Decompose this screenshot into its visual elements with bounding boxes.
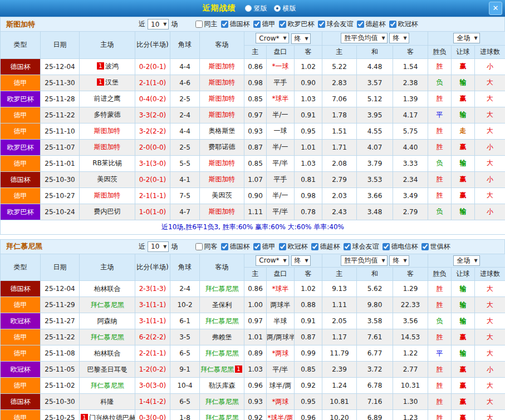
- league-type: 德甲: [1, 187, 41, 204]
- asian-away-odds: 0.91: [295, 313, 322, 329]
- league-badge: 德国杯: [1, 394, 40, 409]
- fulltime-dropdown[interactable]: 全场▼: [453, 33, 479, 43]
- league-filter-checkbox[interactable]: [253, 21, 261, 28]
- league-filter-option[interactable]: 球会友谊: [344, 242, 379, 251]
- col-handicap: 盘口: [267, 268, 295, 281]
- league-filter-checkbox[interactable]: [344, 243, 351, 250]
- match-count-value: 10: [151, 21, 159, 28]
- close-icon[interactable]: ✕: [489, 2, 502, 15]
- asian-away-odds: 0.91: [295, 107, 322, 123]
- euro-away-odds: 1.23: [393, 410, 428, 420]
- league-filter-option[interactable]: 同主: [195, 19, 217, 29]
- league-filter-checkbox[interactable]: [279, 243, 286, 250]
- asian-home-odds: 1.11: [244, 204, 267, 220]
- league-badge: 欧冠杯: [1, 313, 40, 329]
- radio-icon[interactable]: [245, 5, 252, 12]
- away-team: 拜仁慕尼黑: [200, 313, 244, 329]
- euro-avg-dropdown[interactable]: 胜平负均值▼: [341, 33, 387, 43]
- euro-draw-odds: 6.89: [357, 410, 393, 420]
- league-filter-option[interactable]: 德甲: [253, 242, 275, 251]
- handicap-result: 输: [452, 313, 475, 329]
- match-count-dropdown[interactable]: 10▼: [148, 19, 169, 29]
- goals-result: 大: [475, 123, 505, 139]
- league-filter-option[interactable]: 德超杯: [311, 242, 340, 251]
- score: 1-4(1-2): [135, 394, 170, 410]
- euro-home-odds: 2.79: [322, 171, 357, 187]
- league-filter-option[interactable]: 德国杯: [221, 19, 249, 29]
- fulltime-dropdown[interactable]: 全场▼: [453, 255, 479, 266]
- home-team: 斯图加特: [80, 187, 135, 204]
- league-filter-option[interactable]: 德国杯: [221, 242, 249, 251]
- col-euro-home: 主: [322, 268, 357, 281]
- euro-away-odds: 2.77: [393, 362, 428, 378]
- home-team: RB莱比锡: [80, 155, 135, 171]
- col-asian-home: 主: [244, 45, 267, 58]
- score: 3-1(3-0): [135, 155, 170, 171]
- league-filter-option[interactable]: 世俱杯: [421, 242, 450, 251]
- match-count-dropdown[interactable]: 10▼: [148, 241, 169, 252]
- league-filter-option[interactable]: 欧罗巴杯: [279, 19, 314, 29]
- league-filter-checkbox[interactable]: [383, 243, 390, 250]
- league-filter-checkbox[interactable]: [389, 21, 396, 28]
- league-type: 欧罗巴杯: [1, 204, 41, 220]
- match-row: 德甲25-11-301汉堡2-1(1-0)4-6斯图加特0.98平手0.902.…: [1, 75, 505, 91]
- handicap-result: 赢: [452, 410, 475, 420]
- league-filter-option[interactable]: 德超杯: [357, 19, 385, 29]
- league-filter-checkbox[interactable]: [279, 21, 286, 28]
- radio-selected-icon[interactable]: [274, 5, 281, 12]
- match-row: 德国杯25-10-30美因茨0-2(0-1)4-1斯图加特1.07平手0.812…: [1, 171, 505, 187]
- corners: 4-4: [170, 58, 200, 75]
- euro-final-dropdown[interactable]: 终▼: [389, 33, 409, 43]
- home-team: 1汉堡: [80, 75, 135, 91]
- fulltime-group: 全场▼: [428, 32, 505, 46]
- final-odds-dropdown[interactable]: 终▼: [291, 255, 311, 266]
- layout-horizontal-option[interactable]: 横版: [274, 4, 296, 13]
- score: 3-1(1-1): [135, 313, 170, 329]
- filter-controls: 近 10▼ 场 同主德国杯德甲欧罗巴杯球会友谊德超杯欧冠杯: [139, 19, 421, 29]
- league-filter-label: 德国杯: [229, 19, 249, 29]
- league-filter-label: 欧罗巴杯: [287, 19, 314, 29]
- league-filter-checkbox[interactable]: [311, 243, 318, 250]
- league-filter-checkbox[interactable]: [357, 21, 364, 28]
- score: 2-0(0-0): [135, 139, 170, 155]
- euro-home-odds: 10.81: [322, 394, 357, 410]
- euro-draw-odds: 5.62: [357, 281, 393, 297]
- league-badge: 德国杯: [1, 172, 40, 187]
- win-loss-result: 胜: [428, 281, 452, 297]
- corners: 7-5: [170, 187, 200, 204]
- league-filter-checkbox[interactable]: [253, 243, 261, 250]
- league-filter-checkbox[interactable]: [195, 243, 203, 250]
- euro-final-dropdown[interactable]: 终▼: [389, 255, 409, 266]
- league-type: 德甲: [1, 329, 41, 345]
- league-filter-option[interactable]: 德甲: [253, 19, 275, 29]
- euro-avg-dropdown[interactable]: 胜平负均值▼: [341, 255, 387, 266]
- league-filter-option[interactable]: 德电信杯: [383, 242, 418, 251]
- euro-home-odds: 5.22: [322, 58, 357, 75]
- final-odds-dropdown[interactable]: 终▼: [291, 33, 311, 44]
- asian-home-odds: 0.93: [244, 123, 267, 139]
- handicap-result: 输: [452, 204, 475, 220]
- section-divider: [0, 235, 505, 239]
- league-filter-option[interactable]: 同客: [195, 242, 217, 251]
- league-filter-option[interactable]: 球会友谊: [318, 19, 353, 29]
- league-filter-option[interactable]: 欧冠杯: [279, 242, 307, 251]
- col-score: 比分(半场): [135, 32, 170, 59]
- league-filter-checkbox[interactable]: [318, 21, 325, 28]
- home-team: 科隆: [80, 394, 135, 410]
- match-row: 欧罗巴杯25-10-24费内巴切1-0(1-0)4-7斯图加特1.11平/半0.…: [1, 204, 505, 220]
- league-filter-checkbox[interactable]: [195, 21, 203, 28]
- league-filter-checkbox[interactable]: [221, 243, 228, 250]
- score: 2-1(1-0): [135, 75, 170, 91]
- asian-away-odds: 0.85: [295, 362, 322, 378]
- euro-draw-odds: 3.48: [357, 204, 393, 220]
- handicap-result: 输: [452, 345, 475, 362]
- col-date: 日期: [41, 32, 80, 59]
- chevron-down-icon: ▼: [283, 258, 287, 263]
- bookmaker-dropdown[interactable]: Crow*▼: [256, 33, 288, 43]
- league-badge: 欧罗巴杯: [1, 140, 40, 155]
- league-filter-option[interactable]: 欧冠杯: [389, 19, 418, 29]
- layout-vertical-option[interactable]: 竖版: [245, 4, 267, 13]
- league-filter-checkbox[interactable]: [421, 243, 429, 250]
- league-filter-checkbox[interactable]: [221, 21, 228, 28]
- bookmaker-dropdown[interactable]: Crow*▼: [256, 255, 288, 266]
